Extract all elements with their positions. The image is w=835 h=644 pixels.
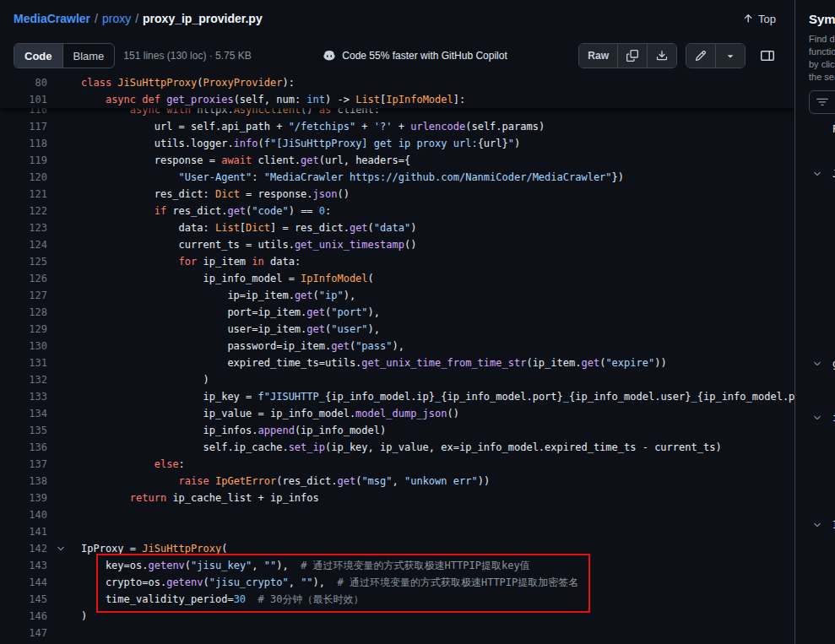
pencil-icon bbox=[695, 50, 707, 62]
line-number[interactable]: 130 bbox=[0, 338, 47, 354]
raw-button[interactable]: Raw bbox=[579, 44, 617, 68]
code-line-138: 138 raise IpGetError(res_dict.get("msg",… bbox=[0, 473, 794, 490]
code-line-116: 116 async with httpx.AsyncClient() as cl… bbox=[0, 108, 794, 118]
line-number[interactable]: 125 bbox=[0, 253, 47, 270]
code-text: raise IpGetError(res_dict.get("msg", "un… bbox=[81, 473, 490, 490]
line-number[interactable]: 147 bbox=[0, 625, 47, 641]
line-number[interactable]: 126 bbox=[0, 270, 47, 287]
fold-gutter bbox=[47, 456, 81, 473]
symbol-item[interactable]: IpProxy bbox=[809, 517, 835, 533]
chevron-down-icon[interactable] bbox=[812, 520, 826, 530]
code-line-130: 130 password=ip_item.get("pass"), bbox=[0, 338, 794, 354]
edit-file-button[interactable] bbox=[686, 44, 715, 68]
download-raw-button[interactable] bbox=[647, 44, 676, 68]
code-line-147: 147 bbox=[0, 625, 794, 641]
arrow-up-icon bbox=[742, 13, 754, 24]
line-number[interactable]: 135 bbox=[0, 422, 47, 439]
tab-code[interactable]: Code bbox=[14, 44, 62, 68]
fold-gutter bbox=[47, 169, 81, 186]
back-to-top-button[interactable]: Top bbox=[737, 12, 781, 26]
line-number[interactable]: 119 bbox=[0, 152, 47, 169]
line-number[interactable]: 120 bbox=[0, 169, 47, 186]
code-text: ip_info_model = IpInfoModel( bbox=[81, 270, 374, 287]
line-number[interactable]: 116 bbox=[0, 108, 47, 118]
symbols-filter-input[interactable] bbox=[809, 90, 835, 114]
breadcrumb-folder-link[interactable]: proxy bbox=[102, 12, 131, 25]
copilot-icon bbox=[323, 49, 336, 62]
line-number[interactable]: 132 bbox=[0, 371, 47, 388]
line-number[interactable]: 134 bbox=[0, 405, 47, 422]
symbols-list: ProxyProviderJiSuHttpProxyget_proxiesip_… bbox=[809, 121, 835, 533]
fold-gutter bbox=[47, 574, 81, 591]
chevron-down-icon[interactable] bbox=[812, 169, 826, 179]
code-text: crypto=os.getenv("jisu_crypto", ""), # 通… bbox=[81, 574, 578, 591]
breadcrumb-separator: / bbox=[90, 12, 102, 25]
chevron-down-icon[interactable] bbox=[812, 359, 826, 369]
line-number[interactable]: 133 bbox=[0, 388, 47, 405]
symbols-panel-description: Find definitions and references for func… bbox=[809, 33, 835, 84]
fold-gutter bbox=[47, 591, 81, 608]
filter-funnel-icon bbox=[816, 96, 828, 108]
line-number[interactable]: 127 bbox=[0, 287, 47, 304]
line-number[interactable]: 136 bbox=[0, 439, 47, 456]
symbol-item[interactable]: JiSuHttpProxy bbox=[809, 165, 835, 182]
fold-gutter bbox=[47, 236, 81, 253]
line-number[interactable]: 129 bbox=[0, 321, 47, 338]
line-number[interactable]: 124 bbox=[0, 236, 47, 253]
chevron-down-icon[interactable] bbox=[812, 413, 826, 423]
code-line-126: 126 ip_info_model = IpInfoModel( bbox=[0, 270, 794, 287]
code-line-144: 144 crypto=os.getenv("jisu_crypto", ""),… bbox=[0, 574, 794, 591]
code-line-122: 122 if res_dict.get("code") == 0: bbox=[0, 203, 794, 219]
line-number[interactable]: 142 bbox=[0, 540, 47, 557]
code-line-118: 118 utils.logger.info(f"[JiSuHttpProxy] … bbox=[0, 135, 794, 152]
line-number[interactable]: 118 bbox=[0, 135, 47, 152]
breadcrumb-file-name: proxy_ip_provider.py bbox=[143, 12, 263, 25]
code-text: async with httpx.AsyncClient() as client… bbox=[81, 108, 380, 118]
line-number[interactable]: 143 bbox=[0, 557, 47, 574]
line-number[interactable]: 128 bbox=[0, 304, 47, 321]
code-line-128: 128 port=ip_item.get("port"), bbox=[0, 304, 794, 321]
edit-options-dropdown[interactable] bbox=[715, 44, 745, 68]
code-text: for ip_item in data: bbox=[81, 253, 301, 270]
fold-gutter bbox=[47, 439, 81, 456]
line-number[interactable]: 101 bbox=[0, 91, 47, 108]
symbol-item[interactable]: ip_cache bbox=[809, 409, 835, 426]
line-number[interactable]: 121 bbox=[0, 186, 47, 203]
fold-toggle-icon[interactable] bbox=[47, 540, 81, 557]
line-number[interactable]: 123 bbox=[0, 219, 47, 236]
line-number[interactable]: 138 bbox=[0, 473, 47, 490]
copy-icon bbox=[626, 50, 638, 62]
line-number[interactable]: 131 bbox=[0, 354, 47, 371]
line-number[interactable]: 122 bbox=[0, 203, 47, 219]
code-text: key=os.getenv("jisu_key", ""), # 通过环境变量的… bbox=[81, 557, 530, 574]
line-number[interactable]: 141 bbox=[0, 523, 47, 540]
code-view-main: MediaCrawler / proxy / proxy_ip_provider… bbox=[0, 0, 794, 644]
fold-gutter bbox=[47, 152, 81, 169]
breadcrumb-repo-link[interactable]: MediaCrawler bbox=[14, 12, 90, 25]
symbol-item[interactable]: ProxyProvider bbox=[809, 121, 835, 138]
code-line-135: 135 ip_infos.append(ip_info_model) bbox=[0, 422, 794, 439]
line-number[interactable]: 140 bbox=[0, 506, 47, 523]
fold-gutter bbox=[47, 371, 81, 388]
fold-gutter bbox=[47, 203, 81, 219]
code-area: 80class JiSuHttpProxy(ProxyProvider):101… bbox=[0, 74, 794, 644]
symbol-item[interactable]: get_proxies bbox=[809, 355, 835, 372]
file-meta-info: 151 lines (130 loc) · 5.75 KB bbox=[123, 50, 251, 62]
line-number[interactable]: 117 bbox=[0, 118, 47, 135]
copy-raw-button[interactable] bbox=[617, 44, 647, 68]
fold-gutter bbox=[47, 625, 81, 641]
code-line-145: 145 time_validity_period=30 # 30分钟（最长时效） bbox=[0, 591, 794, 608]
line-number[interactable]: 137 bbox=[0, 456, 47, 473]
code-text: password=ip_item.get("pass"), bbox=[81, 338, 404, 354]
line-number[interactable]: 80 bbox=[0, 74, 47, 91]
code-text: expired_time_ts=utils.get_unix_time_from… bbox=[81, 354, 667, 371]
line-number[interactable]: 145 bbox=[0, 591, 47, 608]
line-number[interactable]: 144 bbox=[0, 574, 47, 591]
code-blame-switch: Code Blame bbox=[14, 43, 115, 68]
breadcrumb-separator: / bbox=[131, 12, 143, 25]
line-number[interactable]: 139 bbox=[0, 490, 47, 506]
symbols-panel-toggle[interactable] bbox=[754, 44, 781, 68]
code-text: ip_infos.append(ip_info_model) bbox=[81, 422, 386, 439]
line-number[interactable]: 146 bbox=[0, 608, 47, 625]
tab-blame[interactable]: Blame bbox=[62, 44, 115, 68]
